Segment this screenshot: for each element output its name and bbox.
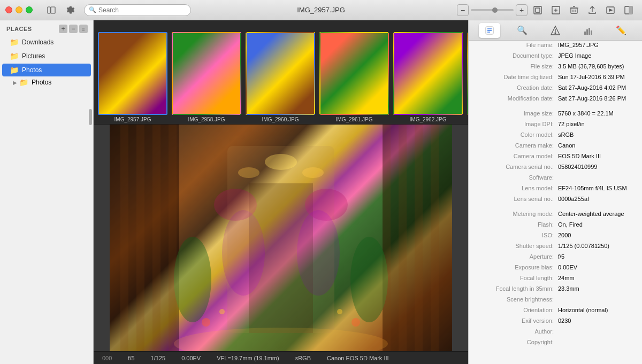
search-input[interactable] [98, 6, 186, 14]
inspector-tab-adjust[interactable] [545, 23, 566, 38]
close-button[interactable] [5, 6, 12, 13]
status-item: 000 [102, 355, 112, 361]
sidebar-item-pictures[interactable]: 📁 Pictures [2, 50, 91, 63]
share-button[interactable] [584, 3, 600, 17]
thumbnail-label: IMG_2962.JPG [410, 117, 447, 122]
svg-rect-53 [591, 30, 592, 35]
info-label: Image size: [475, 110, 558, 117]
info-row: Author: [469, 327, 642, 338]
info-row: Metering mode:Center-weighted average [469, 210, 642, 220]
thumbnail-image [172, 32, 241, 115]
thumbnail-image [393, 32, 463, 115]
info-label: Exposure bias: [475, 264, 558, 270]
info-row: Date time digitized:Sun 17-Jul-2016 6:39… [469, 73, 642, 83]
info-value: 23.3mm [558, 285, 579, 292]
svg-marker-13 [609, 9, 612, 11]
info-value: 2000 [558, 232, 571, 238]
info-row: Exposure bias:0.00EV [469, 263, 642, 274]
main-image-area[interactable] [94, 125, 468, 351]
inspector-tab-search[interactable]: 🔍 [511, 23, 533, 38]
thumbnail-label: IMG_2958.JPG [188, 117, 225, 122]
info-label: Document type: [475, 52, 558, 59]
sidebar-item-label: Downloads [22, 38, 54, 46]
zoom-slider[interactable] [471, 9, 514, 11]
svg-rect-3 [536, 8, 540, 12]
svg-point-37 [202, 318, 210, 327]
toolbar-right: − + [446, 3, 637, 17]
info-value: sRGB [558, 131, 574, 138]
info-row: Focal length:24mm [469, 274, 642, 284]
slideshow-button[interactable] [602, 3, 618, 17]
sidebar-item-downloads[interactable]: 📁 Downloads [2, 36, 91, 49]
info-separator [469, 105, 642, 109]
thumbnail-image [246, 32, 315, 115]
remove-place-button[interactable]: − [69, 25, 78, 33]
maximize-button[interactable] [26, 6, 33, 13]
thumbnail-item[interactable]: IMG_2961.JPG [319, 32, 389, 124]
add-place-button[interactable]: + [59, 25, 67, 33]
actual-size-button[interactable] [548, 3, 564, 17]
svg-rect-18 [120, 125, 128, 351]
sidebar-item-photos-sub[interactable]: ▶ 📁 Photos [0, 77, 93, 88]
delete-button[interactable] [566, 3, 582, 17]
info-row: Orientation:Horizontal (normal) [469, 306, 642, 316]
status-bar: 000 f/5 1/125 0.00EV VFL=19.7mm (19.1mm)… [94, 351, 468, 364]
info-row: File name:IMG_2957.JPG [469, 41, 642, 51]
inspector-tab-edit[interactable]: ✏️ [610, 23, 632, 38]
zoom-out-button[interactable]: − [457, 4, 469, 16]
thumbnail-item[interactable]: IMG_2957.JPG [98, 32, 167, 124]
sidebar-sub-label: Photos [32, 79, 51, 86]
sidebar-scroll-area [0, 88, 93, 364]
zoom-in-button[interactable]: + [516, 4, 528, 16]
search-bar[interactable]: 🔍 [84, 4, 191, 16]
thumbnail-label: IMG_2957.JPG [114, 117, 151, 122]
thumbnail-item[interactable]: IMG_2962.JPG [393, 32, 463, 124]
main-image [110, 125, 452, 351]
svg-rect-24 [415, 125, 423, 351]
svg-point-31 [302, 167, 324, 178]
info-row: Camera model:EOS 5D Mark III [469, 152, 642, 162]
info-row: Scene brightness: [469, 295, 642, 306]
info-label: File name: [475, 42, 558, 48]
inspector-toggle-button[interactable] [621, 3, 637, 17]
info-label: Aperture: [475, 253, 558, 260]
inspector-tab-info[interactable] [479, 23, 500, 38]
options-button[interactable]: ≡ [79, 25, 88, 33]
sidebar-toggle-button[interactable] [43, 3, 59, 17]
svg-rect-19 [136, 125, 144, 351]
inspector-panel: 🔍 ✏️ File name:IMG_2957.JPGDocument [468, 20, 642, 364]
sidebar-controls: + − ≡ [59, 25, 88, 33]
svg-rect-52 [588, 28, 590, 35]
info-row: Modification date:Sat 27-Aug-2016 8:26 P… [469, 94, 642, 105]
content-area: IMG_2957.JPG IMG_2958.JPG IMG_2960.JPG I… [94, 20, 468, 364]
info-label: Scene brightness: [475, 296, 558, 303]
svg-rect-50 [584, 32, 586, 35]
sidebar-item-photos[interactable]: 📁 Photos [2, 64, 91, 76]
info-value: 5760 x 3840 = 22.1M [558, 110, 614, 117]
info-value: Horizontal (normal) [558, 307, 608, 313]
inspector-tab-histogram[interactable] [578, 23, 599, 38]
info-label: Orientation: [475, 307, 558, 313]
zoom-thumb [492, 7, 498, 13]
sidebar-header: Places + − ≡ [0, 20, 93, 35]
svg-point-39 [219, 309, 225, 314]
thumbnail-item[interactable]: IMG_2960.JPG [246, 32, 315, 124]
thumbnail-item[interactable]: IMG_2958.JPG [172, 32, 241, 124]
info-value: Sun 17-Jul-2016 6:39 PM [558, 74, 625, 80]
title-bar: 🔍 IMG_2957.JPG − + [0, 0, 642, 20]
info-value: Canon [558, 142, 575, 149]
minimize-button[interactable] [16, 6, 22, 13]
settings-button[interactable] [63, 3, 79, 17]
sidebar-scrollbar[interactable] [89, 109, 92, 125]
toolbar-left [43, 3, 79, 17]
window-title: IMG_2957.JPG [297, 6, 345, 14]
fit-window-button[interactable] [530, 3, 546, 17]
info-label: Date time digitized: [475, 74, 558, 80]
info-label: Lens model: [475, 185, 558, 191]
info-label: Color model: [475, 131, 558, 138]
svg-point-41 [222, 210, 265, 296]
thumbnail-image [467, 32, 468, 115]
info-row: File size:3.5 MB (36,79,605 bytes) [469, 62, 642, 73]
info-label: ISO: [475, 232, 558, 238]
thumbnail-item[interactable]: IMG_... [467, 32, 468, 124]
